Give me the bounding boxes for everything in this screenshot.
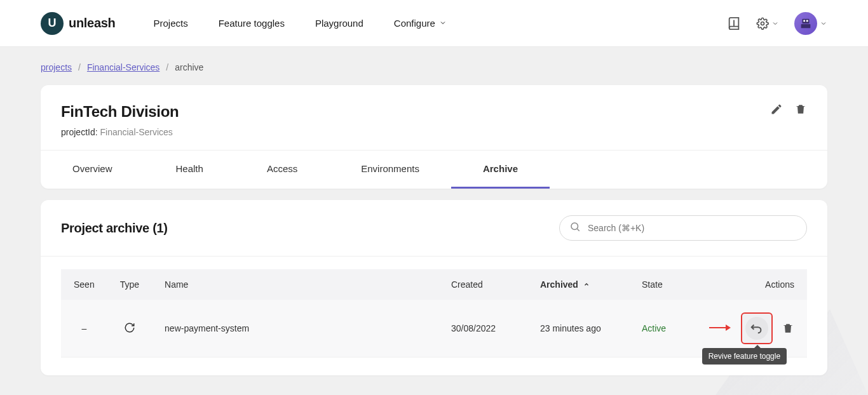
state-badge: Active <box>642 323 666 333</box>
chevron-down-icon <box>439 18 447 29</box>
search-box <box>559 215 807 241</box>
annotation-arrow-icon <box>709 323 731 333</box>
sort-asc-icon <box>583 279 590 290</box>
project-id-value: Financial-Services <box>100 127 172 137</box>
cell-state: Active <box>629 300 693 358</box>
col-type[interactable]: Type <box>107 269 152 300</box>
col-state[interactable]: State <box>629 269 693 300</box>
project-header: FinTech Division projectId: Financial-Se… <box>41 85 827 150</box>
undo-icon <box>750 321 764 335</box>
settings-menu[interactable] <box>756 17 779 30</box>
breadcrumb-separator: / <box>166 62 168 72</box>
cell-seen: – <box>61 300 107 358</box>
table-header-row: Seen Type Name Created Archived State Ac… <box>61 269 807 300</box>
col-seen[interactable]: Seen <box>61 269 107 300</box>
edit-project-button[interactable] <box>770 103 783 118</box>
user-menu[interactable] <box>794 12 827 35</box>
project-panel: FinTech Division projectId: Financial-Se… <box>41 85 827 189</box>
trash-icon <box>794 103 807 116</box>
col-actions: Actions <box>693 269 807 300</box>
archive-panel: Project archive (1) Seen Type Name Creat… <box>41 200 827 375</box>
main-nav: Projects Feature toggles Playground Conf… <box>153 18 446 29</box>
svg-rect-5 <box>801 23 811 27</box>
cell-archived: 23 minutes ago <box>527 300 629 358</box>
logo-text: unleash <box>69 16 115 30</box>
archive-header: Project archive (1) <box>41 200 827 257</box>
breadcrumb: projects / Financial-Services / archive <box>41 62 827 72</box>
svg-rect-3 <box>803 20 805 22</box>
search-input[interactable] <box>559 215 807 241</box>
col-created[interactable]: Created <box>438 269 527 300</box>
delete-toggle-button[interactable] <box>782 322 794 335</box>
svg-rect-4 <box>806 20 808 22</box>
archive-title: Project archive (1) <box>61 221 168 236</box>
nav-projects[interactable]: Projects <box>153 18 187 29</box>
project-actions <box>770 103 807 118</box>
revive-toggle-button[interactable]: Revive feature toggle <box>741 312 773 344</box>
cell-actions: Revive feature toggle <box>693 300 807 358</box>
cell-created: 30/08/2022 <box>438 300 527 358</box>
trash-icon <box>782 322 794 335</box>
project-id-row: projectId: Financial-Services <box>61 127 179 137</box>
topbar: U unleash Projects Feature toggles Playg… <box>0 0 868 47</box>
breadcrumb-separator: / <box>78 62 81 72</box>
tab-health[interactable]: Health <box>144 151 235 189</box>
logo[interactable]: U unleash <box>41 12 115 35</box>
docs-button[interactable] <box>727 17 741 30</box>
tab-environments[interactable]: Environments <box>329 151 451 189</box>
project-tabs: Overview Health Access Environments Arch… <box>41 150 827 189</box>
delete-project-button[interactable] <box>794 103 807 118</box>
tooltip-revive: Revive feature toggle <box>702 348 787 365</box>
tab-archive[interactable]: Archive <box>451 151 550 189</box>
nav-feature-toggles[interactable]: Feature toggles <box>219 18 285 29</box>
svg-marker-9 <box>726 325 731 331</box>
table-wrap: Seen Type Name Created Archived State Ac… <box>41 257 827 375</box>
gear-icon <box>756 17 769 30</box>
svg-rect-2 <box>803 18 810 23</box>
svg-point-1 <box>761 22 764 25</box>
cell-type <box>107 300 152 358</box>
col-archived[interactable]: Archived <box>527 269 629 300</box>
tab-access[interactable]: Access <box>235 151 329 189</box>
breadcrumb-project-link[interactable]: Financial-Services <box>87 62 159 72</box>
nav-playground[interactable]: Playground <box>315 18 363 29</box>
project-title: FinTech Division <box>61 103 179 121</box>
breadcrumb-projects[interactable]: projects <box>41 62 72 72</box>
chevron-down-icon <box>820 20 827 27</box>
avatar <box>794 12 817 35</box>
breadcrumb-current: archive <box>175 62 203 72</box>
logo-badge: U <box>41 12 64 35</box>
svg-point-6 <box>571 223 578 230</box>
col-name[interactable]: Name <box>152 269 438 300</box>
pencil-icon <box>770 103 783 116</box>
nav-configure[interactable]: Configure <box>394 18 447 29</box>
tab-overview[interactable]: Overview <box>41 151 144 189</box>
chevron-down-icon <box>771 20 779 27</box>
search-icon <box>569 221 581 235</box>
project-id-label: projectId: <box>61 127 98 137</box>
table-row: – new-payment-system 30/08/2022 23 minut… <box>61 300 807 358</box>
logo-badge-letter: U <box>48 17 57 30</box>
topbar-right <box>727 12 827 35</box>
release-type-icon <box>124 325 135 335</box>
cell-name[interactable]: new-payment-system <box>152 300 438 358</box>
svg-line-7 <box>577 229 579 231</box>
archive-table: Seen Type Name Created Archived State Ac… <box>61 269 807 358</box>
content: projects / Financial-Services / archive … <box>0 47 868 395</box>
